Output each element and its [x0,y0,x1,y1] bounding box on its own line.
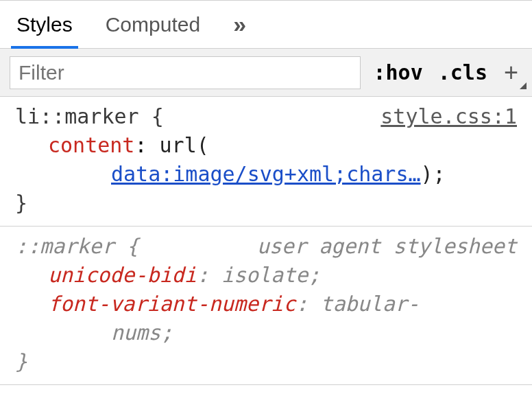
styles-panel: Styles Computed » :hov .cls + li::marker… [0,0,532,385]
rule-selector: ::marker [15,234,114,258]
css-property: unicode-bidi [48,263,197,287]
plus-icon: + [504,58,518,86]
filter-input[interactable] [10,56,361,89]
css-value: tabular- [320,292,420,316]
css-value-wrap: nums; [111,321,173,345]
css-value: isolate; [221,263,321,287]
css-value-suffix: ); [421,162,446,186]
css-value-prefix: url( [160,133,209,157]
styles-toolbar: :hov .cls + [0,49,532,97]
colon: : [295,292,320,316]
declaration-wrap: nums; [15,318,517,347]
colon: : [134,133,159,157]
declaration: unicode-bidi: isolate; [15,261,517,290]
hov-toggle[interactable]: :hov [370,60,425,84]
css-property: font-variant-numeric [48,292,295,316]
rule-block-ua: ::marker { user agent stylesheet unicode… [0,227,532,385]
tab-computed[interactable]: Computed [106,1,200,48]
brace-open: { [152,104,164,128]
css-property: content [48,133,134,157]
source-link[interactable]: style.css:1 [380,102,517,131]
tab-styles[interactable]: Styles [16,1,73,48]
rule-block: li::marker { style.css:1 content: url( d… [0,97,532,227]
colon: : [197,263,221,287]
tab-bar: Styles Computed » [0,1,532,49]
brace-open: { [127,234,139,258]
cls-toggle[interactable]: .cls [435,60,490,84]
declaration: font-variant-numeric: tabular- [15,290,517,318]
tabs-overflow-icon[interactable]: » [233,11,247,38]
declaration-continuation: data:image/svg+xml;chars…); [15,160,517,189]
data-url-link[interactable]: data:image/svg+xml;chars… [15,160,421,189]
ua-stylesheet-label: user agent stylesheet [257,232,517,261]
brace-close: } [15,347,517,376]
rule-selector[interactable]: li::marker [15,104,139,128]
new-style-rule-button[interactable]: + [500,60,522,85]
brace-close: } [15,189,517,218]
rules-list: li::marker { style.css:1 content: url( d… [0,97,532,385]
declaration[interactable]: content: url( [15,131,517,160]
